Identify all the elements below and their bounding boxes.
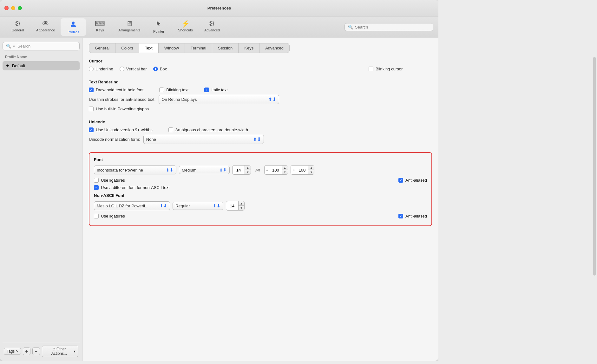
profiles-label: Profiles	[68, 30, 79, 34]
powerline-option[interactable]: Use built-in Powerline glyphs	[89, 107, 149, 111]
svg-point-0	[72, 22, 75, 24]
minimize-button[interactable]	[11, 6, 15, 10]
toolbar-item-profiles[interactable]: Profiles	[61, 18, 86, 36]
ambiguous-checkbox[interactable]	[168, 127, 173, 132]
ambiguous-option[interactable]: Ambiguous characters are double-width	[168, 127, 248, 132]
cursor-underline-option[interactable]: Underline	[89, 67, 113, 71]
v-spacing-up-button[interactable]: ▲	[308, 166, 314, 170]
non-ascii-anti-aliased-checkbox[interactable]: ✓	[398, 214, 403, 218]
anti-aliased-checkbox[interactable]: ✓	[398, 178, 403, 183]
tab-window[interactable]: Window	[159, 43, 185, 53]
non-ascii-font-size-stepper: ▲ ▼	[238, 201, 244, 210]
font-size-input[interactable]	[233, 168, 245, 172]
cursor-box-radio[interactable]	[153, 67, 158, 71]
sidebar-search-box[interactable]: 🔍 ▾	[3, 42, 80, 50]
other-actions-button[interactable]: ⊙ Other Actions... ▾	[42, 346, 78, 357]
keys-icon: ⌨	[95, 20, 105, 27]
anti-aliased-option[interactable]: ✓ Anti-aliased	[398, 178, 427, 183]
non-ascii-font-size-input[interactable]	[226, 204, 238, 208]
h-spacing-down-button[interactable]: ▼	[282, 170, 288, 174]
h-spacing-stepper: ▲ ▼	[282, 166, 288, 174]
unicode-widths-option[interactable]: ✓ Use Unicode version 9+ widths	[89, 127, 153, 132]
font-name-dropdown[interactable]: Inconsolata for Powerline ⬆⬇	[94, 166, 176, 174]
close-button[interactable]	[4, 6, 9, 10]
keys-label: Keys	[96, 28, 104, 32]
toolbar-item-shortcuts[interactable]: ⚡ Shortcuts	[173, 18, 198, 36]
tab-text[interactable]: Text	[139, 43, 159, 53]
non-ascii-ligatures-label: Use ligatures	[101, 214, 125, 218]
toolbar-item-pointer[interactable]: Pointer	[146, 18, 171, 36]
profile-list-header: Profile Name	[3, 54, 80, 61]
blinking-text-option[interactable]: Blinking text	[159, 88, 188, 92]
blinking-cursor-option[interactable]: Blinking cursor	[369, 67, 432, 71]
toolbar-search-input[interactable]	[355, 25, 430, 29]
toolbar-search-box[interactable]: 🔍	[344, 23, 433, 31]
blinking-text-label: Blinking text	[166, 88, 188, 92]
use-ligatures-checkbox[interactable]	[94, 178, 99, 183]
draw-bold-option[interactable]: ✓ Draw bold text in bold font	[89, 88, 143, 92]
toolbar-item-arrangements[interactable]: 🖥 Arrangements	[114, 18, 145, 36]
unicode-widths-label: Use Unicode version 9+ widths	[96, 127, 153, 132]
diff-font-checkbox[interactable]: ✓	[94, 185, 99, 190]
add-profile-button[interactable]: +	[23, 348, 30, 355]
tab-keys[interactable]: Keys	[239, 43, 259, 53]
normalization-dropdown[interactable]: None ⬆⬇	[143, 135, 264, 144]
powerline-label: Use built-in Powerline glyphs	[96, 107, 149, 111]
non-ascii-font-size-up-button[interactable]: ▲	[239, 201, 244, 206]
toolbar-items: ⚙ General 👁 Appearance Profiles ⌨ Keys	[5, 18, 344, 36]
tab-advanced[interactable]: Advanced	[259, 43, 289, 53]
font-weight-dropdown[interactable]: Medium ⬆⬇	[179, 166, 230, 174]
non-ascii-font-weight-dropdown[interactable]: Regular ⬆⬇	[173, 202, 223, 210]
toolbar-item-general[interactable]: ⚙ General	[5, 18, 30, 36]
tab-terminal[interactable]: Terminal	[185, 43, 212, 53]
non-ascii-anti-aliased-option[interactable]: ✓ Anti-aliased	[398, 214, 427, 218]
profile-star-icon: ★	[6, 63, 10, 68]
anti-aliased-label: Anti-aliased	[405, 178, 427, 183]
use-ligatures-option[interactable]: Use ligatures	[94, 178, 125, 183]
font-size-down-button[interactable]: ▼	[245, 170, 251, 174]
non-ascii-ligatures-option[interactable]: Use ligatures	[94, 214, 125, 218]
profile-list: ★ Default	[3, 61, 80, 343]
blinking-cursor-checkbox[interactable]	[369, 67, 373, 71]
cursor-vertical-bar-radio[interactable]	[120, 67, 124, 71]
toolbar-item-appearance[interactable]: 👁 Appearance	[32, 18, 59, 36]
unicode-widths-checkbox[interactable]: ✓	[89, 127, 94, 132]
normalization-label: Unicode normalization form:	[89, 137, 140, 142]
italic-text-option[interactable]: ✓ Italic text	[204, 88, 227, 92]
profile-item-default[interactable]: ★ Default	[3, 61, 80, 70]
sidebar-search-input[interactable]	[17, 44, 76, 49]
italic-text-checkbox[interactable]: ✓	[204, 88, 209, 92]
non-ascii-font-name-dropdown[interactable]: Meslo LG L DZ for Powerli... ⬆⬇	[94, 201, 170, 210]
maximize-button[interactable]	[18, 6, 22, 10]
cursor-box-option[interactable]: Box	[153, 67, 167, 71]
italic-text-label: Italic text	[211, 88, 227, 92]
tab-general[interactable]: General	[89, 43, 115, 53]
normalization-row: Unicode normalization form: None ⬆⬇	[89, 135, 432, 144]
thin-strokes-dropdown[interactable]: On Retina Displays ⬆⬇	[159, 95, 279, 104]
non-ascii-font-size-down-button[interactable]: ▼	[239, 206, 244, 210]
blinking-cursor-label: Blinking cursor	[376, 67, 403, 71]
shortcuts-icon: ⚡	[181, 20, 190, 27]
font-weight-chevron: ⬆⬇	[219, 167, 227, 172]
draw-bold-checkbox[interactable]: ✓	[89, 88, 94, 92]
cursor-options-row: Underline Vertical bar Box Bli	[89, 67, 432, 71]
remove-profile-button[interactable]: −	[32, 348, 40, 355]
tags-button[interactable]: Tags >	[4, 348, 21, 355]
non-ascii-controls-row: Meslo LG L DZ for Powerli... ⬆⬇ Regular …	[94, 201, 427, 211]
cursor-vertical-bar-option[interactable]: Vertical bar	[120, 67, 147, 71]
blinking-text-checkbox[interactable]	[159, 88, 164, 92]
h-spacing-input[interactable]	[270, 168, 282, 172]
powerline-checkbox[interactable]	[89, 107, 94, 111]
toolbar-item-keys[interactable]: ⌨ Keys	[87, 18, 113, 36]
non-ascii-ligatures-checkbox[interactable]	[94, 214, 99, 218]
font-size-up-button[interactable]: ▲	[245, 166, 251, 170]
toolbar-item-advanced[interactable]: ⚙ Advanced	[199, 18, 225, 36]
cursor-underline-radio[interactable]	[89, 67, 94, 71]
font-size-control: ▲ ▼	[232, 165, 251, 175]
diff-font-option[interactable]: ✓ Use a different font for non-ASCII tex…	[94, 185, 170, 190]
h-spacing-up-button[interactable]: ▲	[282, 166, 288, 170]
v-spacing-down-button[interactable]: ▼	[308, 170, 314, 174]
tab-session[interactable]: Session	[212, 43, 239, 53]
tab-colors[interactable]: Colors	[115, 43, 139, 53]
v-spacing-input[interactable]	[296, 168, 308, 172]
